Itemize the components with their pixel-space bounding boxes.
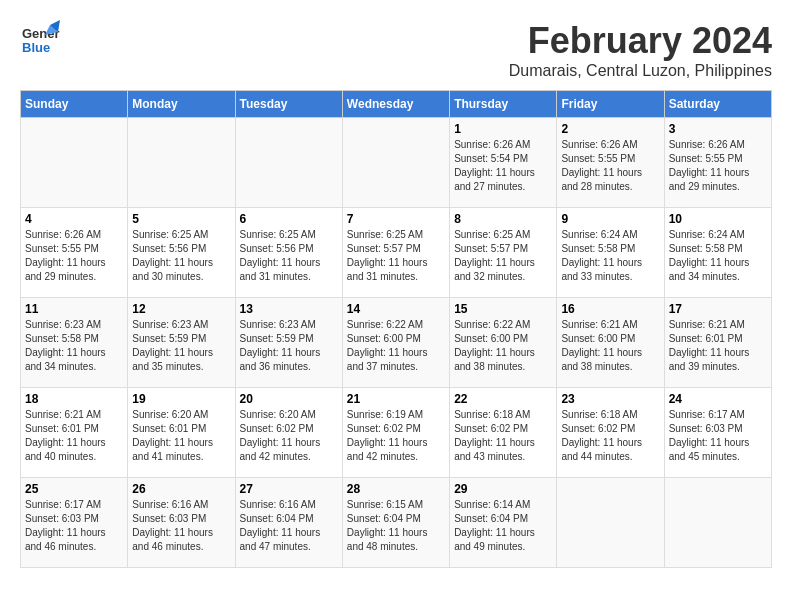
logo: General Blue [20, 20, 60, 64]
day-info: Sunrise: 6:26 AM Sunset: 5:55 PM Dayligh… [25, 228, 123, 284]
day-number: 14 [347, 302, 445, 316]
day-info: Sunrise: 6:21 AM Sunset: 6:01 PM Dayligh… [669, 318, 767, 374]
day-info: Sunrise: 6:23 AM Sunset: 5:59 PM Dayligh… [240, 318, 338, 374]
calendar-cell [235, 118, 342, 208]
day-info: Sunrise: 6:16 AM Sunset: 6:03 PM Dayligh… [132, 498, 230, 554]
day-number: 10 [669, 212, 767, 226]
calendar-cell [342, 118, 449, 208]
calendar-cell: 7Sunrise: 6:25 AM Sunset: 5:57 PM Daylig… [342, 208, 449, 298]
calendar-cell: 29Sunrise: 6:14 AM Sunset: 6:04 PM Dayli… [450, 478, 557, 568]
day-info: Sunrise: 6:24 AM Sunset: 5:58 PM Dayligh… [561, 228, 659, 284]
day-number: 5 [132, 212, 230, 226]
calendar-cell: 28Sunrise: 6:15 AM Sunset: 6:04 PM Dayli… [342, 478, 449, 568]
calendar-cell: 27Sunrise: 6:16 AM Sunset: 6:04 PM Dayli… [235, 478, 342, 568]
calendar-cell: 15Sunrise: 6:22 AM Sunset: 6:00 PM Dayli… [450, 298, 557, 388]
logo-icon: General Blue [20, 20, 60, 60]
weekday-header-row: SundayMondayTuesdayWednesdayThursdayFrid… [21, 91, 772, 118]
title-block: February 2024 Dumarais, Central Luzon, P… [509, 20, 772, 80]
calendar-cell: 3Sunrise: 6:26 AM Sunset: 5:55 PM Daylig… [664, 118, 771, 208]
day-number: 29 [454, 482, 552, 496]
day-number: 26 [132, 482, 230, 496]
subtitle: Dumarais, Central Luzon, Philippines [509, 62, 772, 80]
calendar-cell: 10Sunrise: 6:24 AM Sunset: 5:58 PM Dayli… [664, 208, 771, 298]
day-info: Sunrise: 6:18 AM Sunset: 6:02 PM Dayligh… [561, 408, 659, 464]
day-info: Sunrise: 6:22 AM Sunset: 6:00 PM Dayligh… [454, 318, 552, 374]
calendar-week-row: 25Sunrise: 6:17 AM Sunset: 6:03 PM Dayli… [21, 478, 772, 568]
day-info: Sunrise: 6:21 AM Sunset: 6:01 PM Dayligh… [25, 408, 123, 464]
day-number: 24 [669, 392, 767, 406]
weekday-header-cell: Monday [128, 91, 235, 118]
calendar-week-row: 4Sunrise: 6:26 AM Sunset: 5:55 PM Daylig… [21, 208, 772, 298]
calendar-cell: 2Sunrise: 6:26 AM Sunset: 5:55 PM Daylig… [557, 118, 664, 208]
weekday-header-cell: Friday [557, 91, 664, 118]
calendar-body: 1Sunrise: 6:26 AM Sunset: 5:54 PM Daylig… [21, 118, 772, 568]
day-info: Sunrise: 6:22 AM Sunset: 6:00 PM Dayligh… [347, 318, 445, 374]
calendar-cell [128, 118, 235, 208]
day-info: Sunrise: 6:26 AM Sunset: 5:54 PM Dayligh… [454, 138, 552, 194]
day-info: Sunrise: 6:20 AM Sunset: 6:01 PM Dayligh… [132, 408, 230, 464]
calendar-cell: 23Sunrise: 6:18 AM Sunset: 6:02 PM Dayli… [557, 388, 664, 478]
calendar-cell: 14Sunrise: 6:22 AM Sunset: 6:00 PM Dayli… [342, 298, 449, 388]
day-number: 21 [347, 392, 445, 406]
day-number: 13 [240, 302, 338, 316]
day-info: Sunrise: 6:19 AM Sunset: 6:02 PM Dayligh… [347, 408, 445, 464]
calendar-cell: 8Sunrise: 6:25 AM Sunset: 5:57 PM Daylig… [450, 208, 557, 298]
page-header: General Blue February 2024 Dumarais, Cen… [20, 20, 772, 80]
day-info: Sunrise: 6:16 AM Sunset: 6:04 PM Dayligh… [240, 498, 338, 554]
calendar-table: SundayMondayTuesdayWednesdayThursdayFrid… [20, 90, 772, 568]
calendar-cell: 18Sunrise: 6:21 AM Sunset: 6:01 PM Dayli… [21, 388, 128, 478]
day-number: 7 [347, 212, 445, 226]
day-number: 15 [454, 302, 552, 316]
calendar-cell: 20Sunrise: 6:20 AM Sunset: 6:02 PM Dayli… [235, 388, 342, 478]
calendar-cell: 25Sunrise: 6:17 AM Sunset: 6:03 PM Dayli… [21, 478, 128, 568]
day-info: Sunrise: 6:25 AM Sunset: 5:56 PM Dayligh… [240, 228, 338, 284]
calendar-cell: 11Sunrise: 6:23 AM Sunset: 5:58 PM Dayli… [21, 298, 128, 388]
calendar-cell: 9Sunrise: 6:24 AM Sunset: 5:58 PM Daylig… [557, 208, 664, 298]
main-title: February 2024 [509, 20, 772, 62]
day-number: 20 [240, 392, 338, 406]
calendar-week-row: 1Sunrise: 6:26 AM Sunset: 5:54 PM Daylig… [21, 118, 772, 208]
day-info: Sunrise: 6:24 AM Sunset: 5:58 PM Dayligh… [669, 228, 767, 284]
calendar-week-row: 11Sunrise: 6:23 AM Sunset: 5:58 PM Dayli… [21, 298, 772, 388]
calendar-cell: 16Sunrise: 6:21 AM Sunset: 6:00 PM Dayli… [557, 298, 664, 388]
day-number: 17 [669, 302, 767, 316]
calendar-cell: 1Sunrise: 6:26 AM Sunset: 5:54 PM Daylig… [450, 118, 557, 208]
day-number: 19 [132, 392, 230, 406]
calendar-cell [664, 478, 771, 568]
day-info: Sunrise: 6:25 AM Sunset: 5:57 PM Dayligh… [454, 228, 552, 284]
day-number: 16 [561, 302, 659, 316]
day-info: Sunrise: 6:15 AM Sunset: 6:04 PM Dayligh… [347, 498, 445, 554]
svg-text:Blue: Blue [22, 40, 50, 55]
day-number: 3 [669, 122, 767, 136]
calendar-cell: 17Sunrise: 6:21 AM Sunset: 6:01 PM Dayli… [664, 298, 771, 388]
calendar-cell: 24Sunrise: 6:17 AM Sunset: 6:03 PM Dayli… [664, 388, 771, 478]
day-info: Sunrise: 6:23 AM Sunset: 5:58 PM Dayligh… [25, 318, 123, 374]
day-info: Sunrise: 6:23 AM Sunset: 5:59 PM Dayligh… [132, 318, 230, 374]
day-info: Sunrise: 6:26 AM Sunset: 5:55 PM Dayligh… [669, 138, 767, 194]
day-number: 18 [25, 392, 123, 406]
day-info: Sunrise: 6:21 AM Sunset: 6:00 PM Dayligh… [561, 318, 659, 374]
day-number: 25 [25, 482, 123, 496]
day-info: Sunrise: 6:17 AM Sunset: 6:03 PM Dayligh… [25, 498, 123, 554]
calendar-week-row: 18Sunrise: 6:21 AM Sunset: 6:01 PM Dayli… [21, 388, 772, 478]
calendar-cell: 26Sunrise: 6:16 AM Sunset: 6:03 PM Dayli… [128, 478, 235, 568]
day-number: 11 [25, 302, 123, 316]
day-number: 8 [454, 212, 552, 226]
day-info: Sunrise: 6:17 AM Sunset: 6:03 PM Dayligh… [669, 408, 767, 464]
calendar-cell: 19Sunrise: 6:20 AM Sunset: 6:01 PM Dayli… [128, 388, 235, 478]
day-number: 23 [561, 392, 659, 406]
day-info: Sunrise: 6:20 AM Sunset: 6:02 PM Dayligh… [240, 408, 338, 464]
day-number: 2 [561, 122, 659, 136]
day-number: 12 [132, 302, 230, 316]
day-number: 28 [347, 482, 445, 496]
calendar-cell: 5Sunrise: 6:25 AM Sunset: 5:56 PM Daylig… [128, 208, 235, 298]
day-info: Sunrise: 6:25 AM Sunset: 5:57 PM Dayligh… [347, 228, 445, 284]
calendar-cell: 13Sunrise: 6:23 AM Sunset: 5:59 PM Dayli… [235, 298, 342, 388]
day-number: 6 [240, 212, 338, 226]
day-number: 9 [561, 212, 659, 226]
day-number: 27 [240, 482, 338, 496]
calendar-cell [21, 118, 128, 208]
weekday-header-cell: Thursday [450, 91, 557, 118]
weekday-header-cell: Sunday [21, 91, 128, 118]
day-info: Sunrise: 6:25 AM Sunset: 5:56 PM Dayligh… [132, 228, 230, 284]
